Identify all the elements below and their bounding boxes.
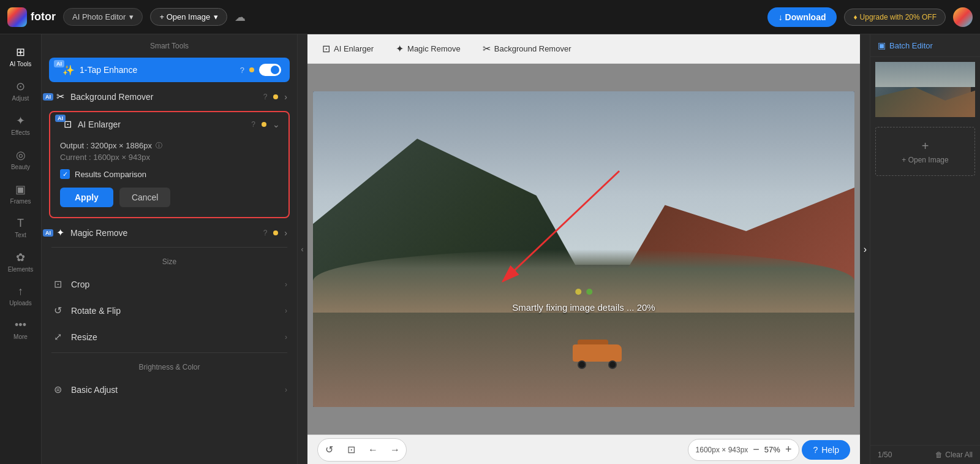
jeep (573, 344, 622, 369)
sidebar-item-elements[interactable]: ✿ Elements (0, 246, 41, 278)
ai-badge: AI (54, 60, 64, 67)
batch-editor-icon: ▣ (878, 40, 886, 50)
bg-remover-help-icon[interactable]: ? (263, 93, 268, 101)
basic-adjust-icon: ⊜ (51, 384, 64, 395)
elements-icon: ✿ (16, 251, 25, 264)
zoom-out-button[interactable]: − (753, 443, 760, 456)
one-tap-enhance-item[interactable]: AI ✨ 1-Tap Enhance ? (49, 58, 290, 82)
results-comparison-row: ✓ Results Comparison (60, 169, 279, 179)
sidebar-item-beauty[interactable]: ◎ Beauty (0, 143, 41, 175)
canvas-wrapper: Smartly fixing image details ... 20% (307, 64, 860, 435)
enlarger-header[interactable]: AI ⊡ AI Enlarger ? ⌄ (50, 112, 288, 136)
background-remover-item[interactable]: AI ✂ Background Remover ? › (42, 85, 297, 108)
avatar[interactable] (953, 7, 973, 27)
upgrade-button[interactable]: ♦ Upgrade with 20% OFF (844, 9, 946, 26)
cloud-icon[interactable]: ☁ (235, 10, 246, 24)
canvas-bg-remover-tab[interactable]: ✂ Background Remover (478, 40, 576, 57)
zoom-in-button[interactable]: + (785, 443, 792, 456)
adjust-icon: ⊙ (16, 80, 25, 93)
sidebar-item-more[interactable]: ••• More (0, 314, 41, 345)
bg-remover-icon: ✂ (56, 91, 64, 102)
open-image-label: + Open Image (159, 12, 210, 21)
enhance-label: 1-Tap Enhance (80, 65, 235, 75)
sidebar-item-adjust[interactable]: ⊙ Adjust (0, 75, 41, 107)
ai-editor-label: AI Photo Editor (72, 12, 126, 21)
canvas-magic-remove-label: Magic Remove (407, 44, 461, 53)
beauty-icon: ◎ (16, 148, 26, 162)
crop-item[interactable]: ⊡ Crop › (42, 271, 297, 297)
download-button[interactable]: ↓ Download (767, 7, 837, 27)
sidebar-item-frames[interactable]: ▣ Frames (0, 178, 41, 210)
canvas-magic-remove-icon: ✦ (396, 43, 404, 55)
prev-button[interactable]: ← (362, 439, 384, 461)
main-layout: ⊞ AI Tools ⊙ Adjust ✦ Effects ◎ Beauty ▣… (0, 34, 980, 464)
uploads-icon: ↑ (18, 285, 23, 298)
resize-item[interactable]: ⤢ Resize › (42, 324, 297, 350)
jeep-wheel-right (608, 360, 617, 369)
reset-button[interactable]: ↺ (318, 439, 340, 461)
side-panel: Smart Tools AI ✨ 1-Tap Enhance ? AI ✂ Ba… (42, 34, 298, 464)
batch-editor-title: Batch Editor (889, 41, 933, 50)
sidebar-item-text[interactable]: T Text (0, 212, 41, 243)
sidebar-item-label: Elements (8, 266, 34, 273)
magic-remove-item[interactable]: AI ✦ Magic Remove ? › (42, 221, 297, 245)
processing-overlay: Smartly fixing image details ... 20% (512, 289, 655, 313)
brightness-title: Brightness & Color (42, 356, 297, 376)
crown-icon: ♦ (853, 13, 857, 21)
rotate-flip-item[interactable]: ↺ Rotate & Flip › (42, 297, 297, 324)
basic-adjust-arrow-icon: › (285, 386, 287, 394)
sidebar-item-ai-tools[interactable]: ⊞ AI Tools (0, 40, 41, 72)
basic-adjust-item[interactable]: ⊜ Basic Adjust › (42, 376, 297, 403)
bottom-toolbar: ↺ ⊡ ← → 1600px × 943px − 57% + ? (307, 435, 860, 464)
thumbnail-item[interactable] (875, 62, 975, 117)
next-button[interactable]: → (384, 439, 406, 461)
right-expand-arrow-icon: › (864, 244, 867, 255)
ai-photo-editor-button[interactable]: AI Photo Editor ▾ (63, 8, 143, 26)
right-expand-tab[interactable]: › (860, 34, 870, 464)
sidebar-item-uploads[interactable]: ↑ Uploads (0, 280, 41, 311)
enhance-toggle[interactable] (259, 64, 281, 76)
clear-all-button[interactable]: 🗑 Clear All (935, 451, 973, 459)
ai-enlarger-item[interactable]: AI ⊡ AI Enlarger ? ⌄ Output : 3200px × 1… (49, 111, 290, 218)
image-canvas[interactable]: Smartly fixing image details ... 20% (313, 91, 854, 407)
canvas-ai-enlarger-tab[interactable]: ⊡ AI Enlarger (317, 40, 379, 57)
results-comparison-checkbox[interactable]: ✓ (60, 169, 70, 179)
right-panel: ▣ Batch Editor + + Open Image 1/50 🗑 Cle… (870, 34, 980, 464)
sidebar-item-effects[interactable]: ✦ Effects (0, 109, 41, 141)
magic-remove-dot (273, 230, 278, 235)
compare-button[interactable]: ⊡ (340, 439, 362, 461)
current-info: Current : 1600px × 943px (60, 153, 279, 162)
output-info: Output : 3200px × 1886px ⓘ (60, 141, 279, 150)
sidebar-item-label: Effects (11, 129, 29, 136)
help-button[interactable]: ? Help (802, 440, 850, 460)
sidebar-item-label: Beauty (11, 164, 30, 170)
jeep-wheel-left (578, 360, 586, 369)
frames-icon: ▣ (15, 183, 26, 196)
size-title: Size (42, 250, 297, 271)
help-label: Help (821, 445, 839, 455)
clear-all-label: Clear All (945, 451, 973, 459)
processing-text: Smartly fixing image details ... 20% (512, 302, 655, 313)
enlarger-help-icon[interactable]: ? (251, 120, 255, 129)
processing-dots (575, 289, 592, 295)
collapse-panel-tab[interactable]: ‹ (298, 34, 307, 464)
help-icon: ? (813, 445, 818, 455)
left-nav: ⊞ AI Tools ⊙ Adjust ✦ Effects ◎ Beauty ▣… (0, 34, 42, 464)
logo[interactable]: fotor (7, 7, 56, 27)
output-info-icon[interactable]: ⓘ (156, 141, 162, 150)
divider-1 (51, 247, 287, 248)
rotate-label: Rotate & Flip (71, 306, 277, 316)
bottom-nav-group-left: ↺ ⊡ ← → (317, 438, 407, 462)
open-image-button[interactable]: + Open Image ▾ (150, 8, 227, 26)
smart-tools-title: Smart Tools (42, 34, 297, 55)
canvas-bg-remover-icon: ✂ (483, 43, 491, 55)
enhance-help-icon[interactable]: ? (240, 66, 244, 75)
magic-remove-help-icon[interactable]: ? (263, 229, 268, 237)
apply-button[interactable]: Apply (60, 188, 113, 207)
thumbnail-image (875, 62, 971, 117)
bg-remover-ai-badge: AI (43, 93, 53, 101)
cancel-button[interactable]: Cancel (119, 188, 171, 207)
add-image-button[interactable]: + + Open Image (875, 127, 975, 176)
sidebar-item-label: Uploads (9, 300, 32, 306)
canvas-magic-remove-tab[interactable]: ✦ Magic Remove (391, 40, 466, 57)
